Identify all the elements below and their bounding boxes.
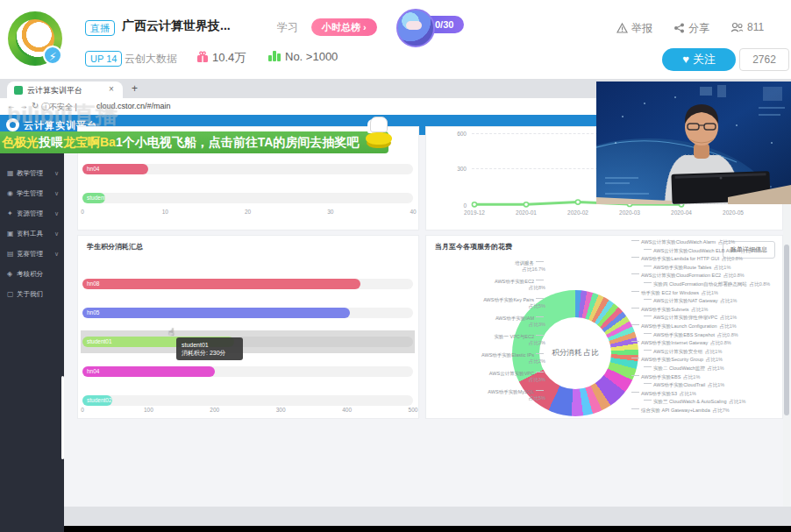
gift-banner[interactable]: 色极光投喂龙宝啊Ba1个小电视飞船，点击前往TA的房间去抽奖吧 [0,131,388,153]
x-tick-label: 20 [245,209,251,215]
app-logo-icon [6,118,19,131]
pie-label: 动手实验 EC2 for Windows占比1% [630,290,718,296]
sidebar-item-7[interactable]: ▢关于我们 [0,284,64,304]
chevron-down-icon: ∨ [54,244,59,264]
x-tick-label: 40 [410,209,416,215]
chevron-down-icon: ∨ [54,183,59,203]
bar-track: student02 [82,395,413,406]
lightning-badge-icon: ⚡ [43,46,62,65]
gift-count-value: 10.4万 [212,51,246,64]
bar-track: hn04 [82,164,413,174]
sidebar-item-6[interactable]: ◈考核积分 [0,264,64,284]
pie-label: AWS动手实验EBS占比1% [630,374,700,380]
chart-bars-icon [268,51,281,61]
live-badge: 直播 [85,20,115,36]
tooltip-name: student01 [182,341,238,349]
report-button[interactable]: 举报 [616,21,652,36]
sidebar-item-label: 教学管理 [17,169,43,177]
pie-label: AWS动手实验EBS Snapshot占比0.8% [642,332,738,338]
gift-banner-text: 1个小电视飞船，点击前往TA的房间去抽奖吧 [116,135,359,149]
pie-label: 实验一 VPC与EC2占比2% [494,334,545,345]
online-count: 811 [730,21,764,33]
url-text[interactable]: cloud.cstor.cn/#/main [96,102,171,110]
url-security-label: 不安全 | [49,102,77,113]
bar-student02[interactable]: student02 [82,395,112,406]
sidebar-item-label: 学生管理 [17,189,43,197]
sidebar-item-4[interactable]: ▣资料工具∨ [0,223,64,244]
live-header: ⚡ 直播 广西云计算世界技... 学习 小时总榜 › 0/30 举报 分享 81… [0,0,791,79]
x-tick-label: 0 [81,209,84,215]
tab-favicon-icon [14,86,23,95]
bar-student02[interactable]: student02 [82,193,105,203]
pie-label: AWS动手实验Subnets占比1% [630,307,708,313]
pie-label: AWS云计算实验VPC占比3% [489,371,545,382]
bar-track: hn04 [82,366,413,377]
bar-track: student01 [82,337,413,347]
sidebar-item-1[interactable]: ▦教学管理∨ [0,163,64,183]
x-tick-label: 10 [162,209,168,215]
x-tick-label: 400 [342,407,352,413]
browser-tab[interactable]: 云计算实训平台 × [7,82,123,98]
pie-label: AWS动手实验MySQL占比5% [488,389,545,401]
follow-count: 2762 [739,48,789,71]
medal-icon: ◈ [7,264,17,284]
pie-label: 实验三 CloudWatch & AutoScaling占比1% [642,399,746,405]
card-pie-chart: 当月至今各项服务的花费账单详细信息积分消耗 占比培训服务占比16.7%AWS动手… [425,235,783,419]
grid-icon: ▦ [7,163,17,183]
bar-hn04[interactable]: hn04 [82,366,215,377]
room-title: 广西云计算世界技... [122,18,231,34]
line-point [524,202,528,207]
chart-title: 学生积分消耗汇总 [87,242,143,252]
page-scrollbar-thumb[interactable] [784,245,789,415]
share-button[interactable]: 分享 [673,21,709,36]
sidebar-item-label: 资源管理 [17,209,43,217]
bar-track: hn05 [82,308,413,318]
chevron-down-icon: ∨ [54,203,59,223]
bar-hn05[interactable]: hn05 [82,308,350,318]
follow-button[interactable]: ♥ 关注 [662,48,736,71]
line-point [472,202,476,207]
rank-number-value: No. >1000 [285,50,338,63]
forward-icon[interactable]: → [19,101,28,110]
pie-label: AWS云计算实验NAT Gateway占比1% [642,298,738,304]
sidebar-item-2[interactable]: ◉学生管理∨ [0,183,64,203]
up-name[interactable]: 云创大数据 [125,52,177,67]
tab-title: 云计算实训平台 [27,85,104,96]
chart-title: 当月至今各项服务的花费 [435,242,512,252]
online-count-value: 811 [747,21,764,33]
pie-label: 实验二 CloudWatch监控占比1% [642,365,724,372]
sidebar-scrollbar[interactable] [61,376,64,459]
report-label: 举报 [631,22,652,34]
back-icon[interactable]: ← [7,101,16,110]
pie-label: AWS动手实验Internet Gateway占比0.8% [630,340,731,346]
hour-rank-badge[interactable]: 小时总榜 › [311,18,377,36]
x-tick-label: 200 [210,407,219,413]
flask-icon: ✦ [7,203,17,223]
tab-close-icon[interactable]: × [109,84,114,94]
pie-label: AWS动手实验EC2占比8% [495,279,545,290]
category-link[interactable]: 学习 [277,20,298,35]
bar-hn08[interactable]: hn08 [82,279,360,289]
tooltip-value: 消耗积分: 230分 [182,349,238,357]
trophy-icon: ▤ [7,244,17,264]
webcam-overlay [596,82,791,204]
pie-label: AWS云计算实验安全组占比1% [642,349,722,355]
pie-label: AWS云计算实验CloudWatch ELB Alarm占比0.8% [642,248,762,254]
reload-icon[interactable]: ↻ [32,101,39,110]
card-points-chart: 学生积分消耗汇总hn08hn05student01hn04student0201… [77,235,419,419]
pie-label: AWS云计算实验CloudFormation EC2占比0.8% [630,273,745,279]
pie-label: AWS动手实验Route Tables占比1% [642,265,730,271]
bar-track: hn08 [82,279,413,289]
gift-banner-text: 色极光 [2,135,39,149]
viewers-icon [730,22,744,32]
sidebar-item-5[interactable]: ▤竞赛管理∨ [0,244,64,264]
bar-hn04[interactable]: hn04 [82,164,148,174]
screen: { "live_header": { "live_badge": "直播", "… [0,0,791,532]
pie-label: AWS动手实验S3占比1% [630,391,696,397]
bar-track: student02 [82,193,413,203]
sidebar-item-3[interactable]: ✦资源管理∨ [0,203,64,223]
rank-number: No. >1000 [268,50,338,63]
new-tab-button[interactable]: + [132,82,138,95]
share-icon [673,23,685,33]
lottery-buzzer-icon[interactable] [363,117,395,153]
